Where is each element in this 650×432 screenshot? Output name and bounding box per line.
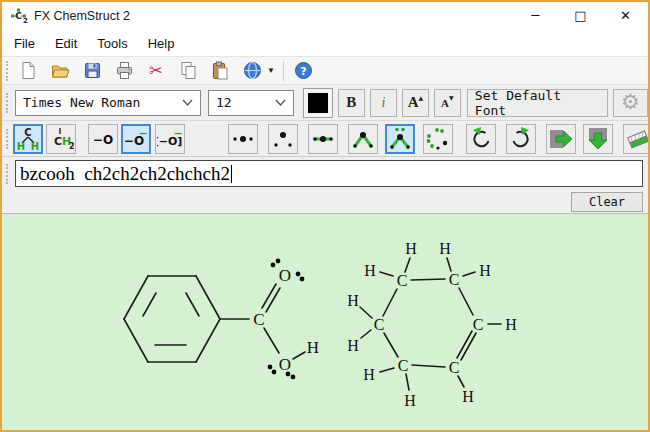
svg-text:H: H — [364, 262, 376, 279]
bond-line-bent-button[interactable] — [348, 124, 378, 154]
help-icon[interactable]: ? — [290, 59, 316, 83]
menu-file[interactable]: File — [4, 31, 45, 56]
svg-text:C: C — [473, 316, 484, 333]
copy-icon[interactable] — [175, 59, 201, 83]
svg-text:C: C — [449, 359, 460, 376]
menu-bar: File Edit Tools Help — [2, 29, 648, 56]
toolbar-grip[interactable] — [6, 93, 10, 113]
chevron-down-icon — [182, 99, 193, 106]
bond-line-linear-button[interactable] — [308, 124, 338, 154]
svg-text:C: C — [398, 357, 409, 374]
svg-text:?: ? — [300, 65, 306, 78]
svg-text:H: H — [505, 316, 517, 333]
toolbar-grip[interactable] — [6, 61, 10, 81]
svg-text:−O: −O — [93, 133, 113, 147]
electron-cloud-button[interactable] — [423, 124, 453, 154]
window-title: FX ChemStruct 2 — [34, 9, 130, 23]
bracket-oxygen-anion-button[interactable]: [−O] − — [155, 124, 185, 154]
font-size-select[interactable]: 12 — [208, 90, 294, 116]
menu-edit[interactable]: Edit — [45, 31, 87, 56]
electron-dots-bent-button[interactable] — [268, 124, 298, 154]
text-caret — [231, 165, 232, 183]
decrease-font-button[interactable]: A▼ — [434, 89, 461, 117]
app-logo-icon: C 2 — [10, 8, 28, 24]
color-swatch — [308, 93, 328, 113]
toolbar-grip[interactable] — [6, 164, 10, 184]
svg-text:O: O — [279, 266, 291, 285]
oxygen-bond-button[interactable]: −O — [88, 124, 118, 154]
oxygen-anion-button[interactable]: −O − — [121, 124, 151, 154]
chevron-down-icon — [275, 99, 286, 106]
molecule-drawing: COOHCCCCCCHHHHHHHHHH — [2, 214, 648, 430]
app-window: C 2 FX ChemStruct 2 ─ □ ✕ File Edit Tool… — [0, 0, 650, 432]
svg-text:O: O — [279, 355, 291, 374]
svg-text:H: H — [462, 388, 474, 405]
export-right-button[interactable] — [546, 124, 576, 154]
rotate-ccw-button[interactable] — [466, 124, 496, 154]
maximize-button[interactable]: □ — [558, 2, 603, 29]
structure-canvas[interactable]: COOHCCCCCCHHHHHHHHHH — [2, 214, 648, 430]
condensed-formula-button[interactable]: C H 2 — [46, 124, 76, 154]
bold-button[interactable]: B — [338, 89, 365, 117]
standard-toolbar: ✂ ▼ ? — [2, 56, 648, 85]
svg-text:C: C — [24, 127, 31, 138]
svg-text:C: C — [15, 11, 22, 21]
font-family-select[interactable]: Times New Roman — [15, 90, 201, 116]
minimize-button[interactable]: ─ — [513, 2, 558, 29]
increase-font-button[interactable]: A▲ — [402, 89, 429, 117]
title-bar: C 2 FX ChemStruct 2 ─ □ ✕ — [2, 2, 648, 29]
eraser-button[interactable] — [623, 124, 650, 154]
export-down-button[interactable] — [583, 124, 613, 154]
menu-help[interactable]: Help — [138, 31, 185, 56]
rotate-cw-button[interactable] — [506, 124, 536, 154]
paste-icon[interactable] — [207, 59, 233, 83]
svg-text:H: H — [17, 141, 25, 152]
formula-input[interactable]: bzcooh ch2ch2ch2chchch2 — [15, 160, 643, 187]
svg-text:H: H — [405, 240, 417, 257]
close-button[interactable]: ✕ — [603, 2, 648, 29]
cut-icon[interactable]: ✂ — [143, 59, 169, 83]
svg-text:H: H — [439, 240, 451, 257]
gear-icon: ⚙ — [621, 92, 640, 113]
svg-text:−: − — [138, 127, 147, 140]
expanded-formula-button[interactable]: C H H — [13, 124, 43, 154]
new-file-icon[interactable] — [15, 59, 41, 83]
svg-text:H: H — [31, 141, 39, 152]
svg-text:H: H — [404, 392, 416, 409]
chem-toolbar: C H H C H 2 −O −O − [−O — [2, 121, 648, 157]
font-size-value: 12 — [216, 95, 232, 110]
svg-text:H: H — [347, 292, 359, 309]
bond-line-lone-pairs-button[interactable] — [385, 124, 415, 154]
menu-tools[interactable]: Tools — [87, 31, 137, 56]
font-toolbar: Times New Roman 12 B i A▲ A▼ Set Default… — [2, 85, 648, 121]
dropdown-arrow-icon[interactable]: ▼ — [265, 66, 277, 75]
formula-input-row: bzcooh ch2ch2ch2chchch2 — [2, 157, 648, 190]
svg-text:−: − — [173, 127, 182, 140]
electron-dots-linear-button[interactable] — [228, 124, 258, 154]
svg-text:C: C — [397, 272, 408, 289]
down-triangle-icon: ▼ — [449, 94, 454, 101]
svg-text:2: 2 — [69, 142, 74, 151]
print-icon[interactable] — [111, 59, 137, 83]
toolbar-grip[interactable] — [6, 129, 8, 149]
link-globe-icon[interactable] — [239, 59, 265, 83]
clear-button[interactable]: Clear — [571, 192, 643, 212]
svg-text:C: C — [54, 135, 62, 148]
svg-text:C: C — [253, 310, 264, 329]
svg-text:2: 2 — [23, 17, 28, 24]
svg-text:H: H — [479, 262, 491, 279]
svg-text:H: H — [363, 366, 375, 383]
svg-text:C: C — [374, 316, 385, 333]
set-default-font-button[interactable]: Set Default Font — [467, 89, 608, 117]
italic-button[interactable]: i — [370, 89, 397, 117]
clear-row: Clear — [2, 190, 648, 214]
open-folder-icon[interactable] — [47, 59, 73, 83]
save-icon[interactable] — [79, 59, 105, 83]
svg-text:C: C — [449, 271, 460, 288]
svg-text:H: H — [347, 337, 359, 354]
font-settings-button[interactable]: ⚙ — [613, 89, 648, 117]
svg-text:H: H — [307, 338, 319, 357]
toolbar-separator — [283, 61, 284, 81]
formula-text: bzcooh ch2ch2ch2chchch2 — [20, 163, 230, 185]
font-color-button[interactable] — [303, 88, 333, 118]
